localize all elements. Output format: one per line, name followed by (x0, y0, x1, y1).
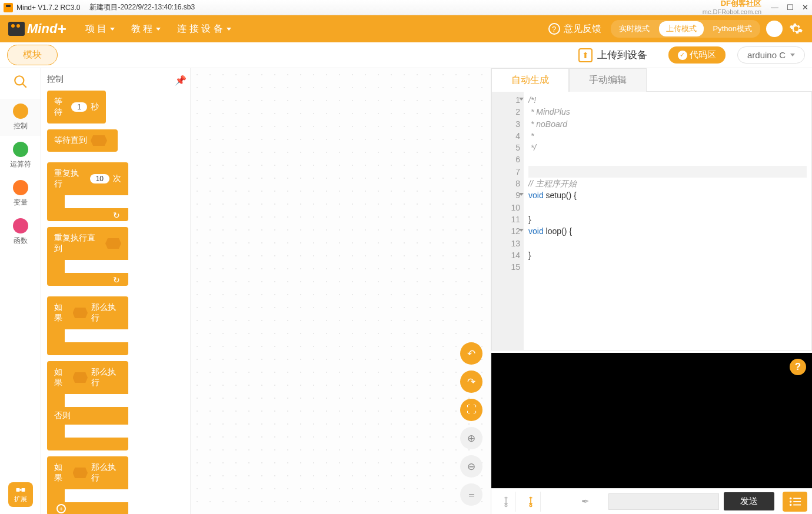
app-icon (4, 3, 13, 12)
svg-point-8 (790, 503, 792, 506)
maximize-button[interactable]: ☐ (787, 3, 794, 12)
wait-input[interactable]: 1 (71, 102, 87, 112)
zoom-reset-button[interactable]: ＝ (460, 483, 482, 506)
console-menu-button[interactable] (783, 492, 807, 512)
logo: Mind+ (8, 20, 66, 38)
console: ? (491, 351, 812, 488)
app-name: Mind+ V1.7.2 RC3.0 (16, 4, 80, 12)
hex-input[interactable] (91, 135, 107, 146)
loop-icon: ↻ (113, 211, 121, 219)
blocks-panel: 控制 📌 等待 1 秒 等待直到 重复执行10次 ↻ 重复执行直到 ↻ 如果那么… (41, 68, 191, 514)
question-icon: ? (548, 23, 560, 35)
block-if-else[interactable]: 如果那么执行 否则 (47, 361, 128, 450)
code-editor[interactable]: 123456789101112131415 /*! * MindPlus * n… (491, 92, 812, 351)
category-control[interactable]: 控制 (0, 99, 41, 136)
feedback-link[interactable]: ? 意见反馈 (548, 23, 601, 35)
code-content: /*! * MindPlus * noBoard * */ // 主程序开始vo… (524, 92, 811, 350)
main: 控制 运算符 变量 函数 扩展 控制 📌 等待 1 秒 等待直到 重复执行10次… (0, 68, 812, 514)
tab-manual[interactable]: 手动编辑 (569, 68, 647, 92)
menu-connect[interactable]: 连 接 设 备 (169, 15, 239, 42)
mode-upload[interactable]: 上传模式 (659, 21, 704, 36)
mode-realtime[interactable]: 实时模式 (612, 21, 657, 36)
usb-icon[interactable] (496, 492, 516, 512)
block-wait-until[interactable]: 等待直到 (47, 129, 118, 152)
send-button[interactable]: 发送 (724, 492, 774, 510)
crop-button[interactable]: ⛶ (460, 399, 482, 421)
svg-rect-9 (793, 504, 801, 505)
zoom-out-button[interactable]: ⊖ (460, 455, 482, 478)
menu-tutorial[interactable]: 教 程 (123, 15, 169, 42)
hex-input[interactable] (105, 238, 121, 249)
hex-input[interactable] (73, 308, 88, 318)
blocks-panel-title: 控制 (47, 74, 64, 85)
svg-rect-7 (793, 501, 801, 502)
svg-point-4 (790, 497, 792, 499)
block-repeat-until[interactable]: 重复执行直到 ↻ (47, 227, 128, 286)
minimize-button[interactable]: — (771, 3, 778, 12)
brush-icon[interactable]: ✒ (575, 492, 595, 512)
menu-icon (788, 496, 801, 507)
console-toolbar: ✒ 发送 (491, 488, 812, 514)
svg-point-6 (790, 500, 792, 503)
chevron-down-icon (790, 54, 795, 56)
puzzle-icon (15, 486, 26, 494)
svg-point-0 (15, 76, 24, 85)
chevron-down-icon (227, 28, 231, 31)
gear-icon (789, 22, 803, 36)
block-if[interactable]: 如果那么执行 (47, 296, 128, 355)
redo-button[interactable]: ↷ (460, 371, 482, 393)
code-tabs: 自动生成 手动编辑 (491, 68, 812, 92)
tab-modules[interactable]: 模块 (7, 45, 58, 65)
hex-input[interactable] (73, 372, 88, 383)
chevron-down-icon (156, 28, 161, 31)
usb-active-icon[interactable] (521, 492, 541, 512)
avatar[interactable] (766, 21, 783, 37)
window-controls: — ☐ ✕ (771, 3, 808, 12)
svg-line-1 (22, 84, 26, 88)
titlebar: Mind+ V1.7.2 RC3.0 新建项目-2022/9/22-13:40:… (0, 0, 812, 15)
pin-icon[interactable]: 📌 (175, 75, 184, 84)
undo-button[interactable]: ↶ (460, 342, 482, 365)
category-operators[interactable]: 运算符 (0, 137, 41, 174)
upload-icon: ⬆ (578, 48, 593, 62)
codezone-button[interactable]: ✓ 代码区 (668, 46, 726, 64)
mode-python[interactable]: Python模式 (706, 21, 759, 36)
functions-dot-icon (13, 218, 28, 233)
category-functions[interactable]: 函数 (0, 213, 41, 251)
extensions-button[interactable]: 扩展 (8, 482, 33, 507)
zoom-in-button[interactable]: ⊕ (460, 427, 482, 449)
plus-icon[interactable]: + (56, 504, 66, 513)
block-repeat[interactable]: 重复执行10次 ↻ (47, 162, 128, 221)
settings-button[interactable] (788, 21, 804, 36)
logo-icon (8, 22, 25, 36)
hex-input[interactable] (73, 468, 88, 478)
help-button[interactable]: ? (790, 359, 806, 375)
svg-rect-5 (793, 498, 801, 499)
variables-dot-icon (13, 180, 28, 195)
control-dot-icon (13, 104, 28, 119)
topbar: Mind+ 项 目 教 程 连 接 设 备 ? 意见反馈 实时模式 上传模式 P… (0, 15, 812, 42)
canvas-controls: ↶ ↷ ⛶ ⊕ ⊖ ＝ (460, 342, 482, 506)
repeat-input[interactable]: 10 (90, 174, 109, 183)
tab-auto[interactable]: 自动生成 (491, 68, 569, 92)
menu-project[interactable]: 项 目 (77, 15, 123, 42)
mode-switcher: 实时模式 上传模式 Python模式 (611, 20, 760, 38)
language-select[interactable]: arduino C (737, 46, 805, 64)
code-panel: 自动生成 手动编辑 123456789101112131415 /*! * Mi… (491, 68, 812, 514)
svg-rect-2 (16, 488, 19, 492)
gutter: 123456789101112131415 (492, 92, 524, 350)
category-sidebar: 控制 运算符 变量 函数 扩展 (0, 68, 41, 514)
category-variables[interactable]: 变量 (0, 175, 41, 212)
block-wait[interactable]: 等待 1 秒 (47, 91, 106, 124)
loop-icon: ↻ (113, 275, 121, 283)
search-button[interactable] (13, 74, 28, 89)
project-name: 新建项目-2022/9/22-13:40:16.sb3 (89, 2, 195, 12)
console-input[interactable] (608, 493, 719, 510)
canvas[interactable]: ↶ ↷ ⛶ ⊕ ⊖ ＝ (191, 68, 491, 514)
operators-dot-icon (13, 142, 28, 157)
chevron-down-icon (110, 28, 115, 31)
close-button[interactable]: ✕ (802, 3, 808, 12)
block-if-plus[interactable]: 如果那么执行 + (47, 456, 128, 514)
search-icon (13, 74, 28, 89)
upload-button[interactable]: ⬆ 上传到设备 (578, 48, 647, 62)
